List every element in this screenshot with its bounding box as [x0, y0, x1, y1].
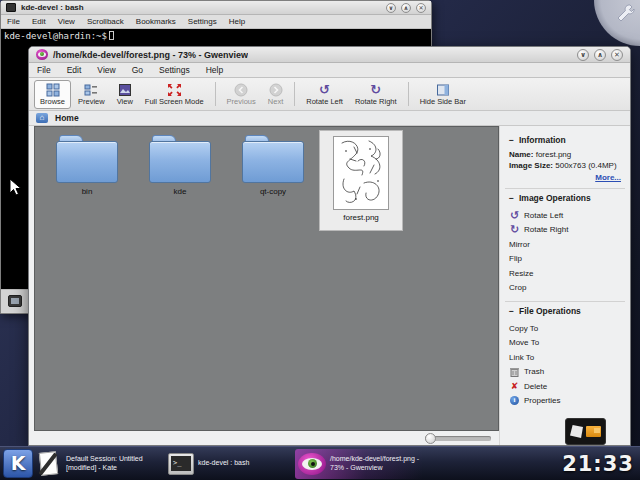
menu-edit[interactable]: Edit: [26, 17, 52, 26]
menu-bookmarks[interactable]: Bookmarks: [130, 17, 182, 26]
desktop: kde-devel : bash ∨ ∧ ✕ File Edit View Sc…: [0, 0, 640, 480]
task-konsole[interactable]: >_ kde-devel : bash: [165, 449, 293, 479]
rotate-right-icon: ↻: [509, 223, 520, 236]
browse-icon: [46, 82, 60, 97]
kate-icon: [38, 451, 62, 477]
task-label: /home/kde-devel/forest.png - 73% - Gwenv…: [330, 455, 419, 472]
sidebar-action-move-to[interactable]: Move To: [509, 336, 621, 351]
next-button[interactable]: Next: [263, 80, 288, 109]
collapse-icon: −: [509, 193, 514, 203]
menu-file[interactable]: File: [29, 64, 59, 76]
sidebar-action-mirror[interactable]: Mirror: [509, 237, 621, 252]
breadcrumb: ⌂ Home: [29, 111, 630, 126]
menu-settings[interactable]: Settings: [151, 64, 198, 76]
sidebar-action-rotate-right[interactable]: ↻ Rotate Right: [509, 223, 621, 238]
menu-edit[interactable]: Edit: [59, 64, 90, 76]
close-button[interactable]: ✕: [611, 49, 623, 61]
gwenview-icon: [298, 453, 326, 475]
gwenview-window-title: /home/kde-devel/forest.png - 73% - Gwenv…: [53, 50, 248, 60]
sidebar-action-delete[interactable]: ✘ Delete: [509, 379, 621, 394]
section-header-image-operations[interactable]: − Image Operations: [509, 193, 621, 203]
browse-button[interactable]: Browse: [34, 80, 71, 109]
fullscreen-button[interactable]: Full Screen Mode: [140, 80, 209, 109]
trash-icon: [509, 367, 520, 377]
sidebar-action-resize[interactable]: Resize: [509, 266, 621, 281]
previous-button[interactable]: Previous: [222, 80, 261, 109]
folder-label: bin: [41, 187, 133, 196]
maximize-button[interactable]: ∧: [594, 49, 606, 61]
maximize-button[interactable]: ∧: [401, 3, 411, 13]
toolbar-separator: [408, 82, 409, 106]
folder-item-kde[interactable]: kde: [134, 129, 226, 196]
rotate-left-button[interactable]: ↺ Rotate Left: [301, 80, 348, 109]
sidebar-action-rotate-left[interactable]: ↺ Rotate Left: [509, 208, 621, 223]
section-header-information[interactable]: − Information: [509, 135, 621, 145]
sidebar-action-flip[interactable]: Flip: [509, 252, 621, 267]
view-button[interactable]: View: [112, 80, 138, 109]
konsole-tab-icon[interactable]: [8, 295, 22, 307]
minimize-button[interactable]: ∨: [577, 49, 589, 61]
menu-view[interactable]: View: [89, 64, 123, 76]
menu-help[interactable]: Help: [198, 64, 231, 76]
menu-settings[interactable]: Settings: [182, 17, 223, 26]
gwenview-menubar: File Edit View Go Settings Help: [29, 63, 630, 78]
gwenview-icon: [36, 49, 48, 60]
rotate-right-button[interactable]: ↻ Rotate Right: [350, 80, 402, 109]
task-kate[interactable]: Default Session: Untitled [modified] - K…: [35, 449, 163, 479]
breadcrumb-home[interactable]: Home: [55, 113, 79, 123]
more-link[interactable]: More...: [595, 173, 621, 182]
gwenview-titlebar[interactable]: /home/kde-devel/forest.png - 73% - Gwenv…: [29, 47, 630, 63]
toolbar-separator: [294, 82, 295, 106]
menu-view[interactable]: View: [52, 17, 81, 26]
minimize-button[interactable]: ∨: [386, 3, 396, 13]
previous-icon: [234, 82, 248, 97]
sidebar-action-trash[interactable]: Trash: [509, 365, 621, 380]
konsole-titlebar[interactable]: kde-devel : bash ∨ ∧ ✕: [1, 1, 431, 15]
digital-clock[interactable]: 21:33: [562, 452, 637, 476]
menu-file[interactable]: File: [1, 17, 26, 26]
preview-button[interactable]: Preview: [73, 80, 110, 109]
sidebar-separator: [505, 301, 625, 302]
wrench-icon: [614, 3, 636, 25]
folder-item-bin[interactable]: bin: [41, 129, 133, 196]
mouse-cursor: [9, 178, 22, 197]
sidebar-action-copy-to[interactable]: Copy To: [509, 321, 621, 336]
tray-widget[interactable]: [565, 418, 606, 445]
delete-icon: ✘: [509, 381, 520, 391]
thumbnail-view[interactable]: bin kde qt-copy: [34, 126, 499, 431]
folder-icon: [149, 135, 211, 183]
hide-sidebar-button[interactable]: Hide Side Bar: [415, 80, 471, 109]
sidebar-action-properties[interactable]: i Properties: [509, 394, 621, 409]
folder-orange-icon[interactable]: [586, 426, 601, 437]
konsole-window-icon: [6, 3, 16, 12]
info-image-size: Image Size: 500x763 (0.4MP): [509, 161, 621, 170]
slider-handle[interactable]: [425, 433, 436, 444]
collapse-icon: −: [509, 306, 514, 316]
konsole-icon: >_: [168, 453, 194, 475]
home-icon[interactable]: ⌂: [36, 113, 48, 123]
kde-menu-button[interactable]: K: [3, 449, 33, 478]
sidebar-action-crop[interactable]: Crop: [509, 281, 621, 296]
rotate-left-icon: ↺: [319, 82, 330, 97]
folder-item-qt-copy[interactable]: qt-copy: [227, 129, 319, 196]
menu-scrollback[interactable]: Scrollback: [81, 17, 130, 26]
terminal-cursor: [109, 31, 114, 40]
toolbar-separator: [215, 82, 216, 106]
section-header-file-operations[interactable]: − File Operations: [509, 306, 621, 316]
close-button[interactable]: ✕: [416, 3, 426, 13]
hide-sidebar-icon: [436, 82, 450, 97]
menu-help[interactable]: Help: [223, 17, 251, 26]
thumbnail-size-slider[interactable]: [425, 436, 491, 441]
sidebar-separator: [505, 188, 625, 189]
image-item-forest-selected[interactable]: forest.png: [319, 130, 403, 231]
rotate-left-icon: ↺: [509, 209, 520, 222]
folder-label: qt-copy: [227, 187, 319, 196]
folder-label: kde: [134, 187, 226, 196]
menu-go[interactable]: Go: [124, 64, 151, 76]
task-gwenview-active[interactable]: /home/kde-devel/forest.png - 73% - Gwenv…: [295, 449, 423, 479]
sidebar-action-link-to[interactable]: Link To: [509, 350, 621, 365]
collapse-icon: −: [509, 135, 514, 145]
view-icon: [118, 82, 132, 97]
document-icon[interactable]: [570, 425, 583, 438]
plasma-toolbox[interactable]: [594, 0, 640, 46]
